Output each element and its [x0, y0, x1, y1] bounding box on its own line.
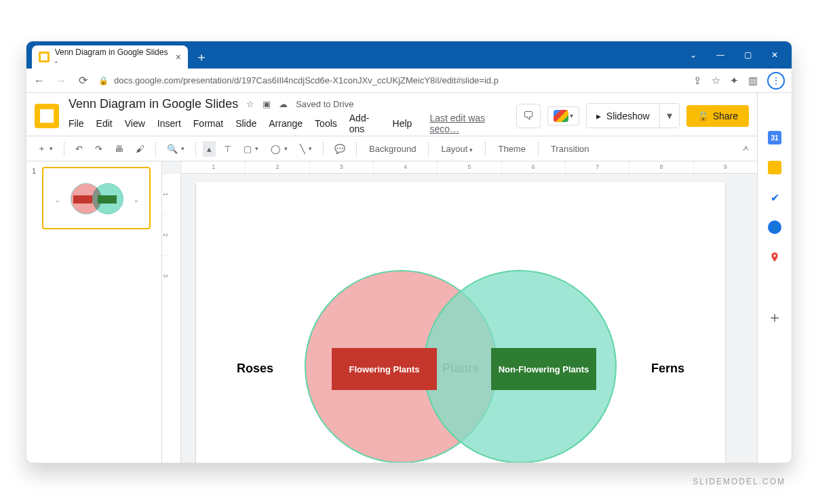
- slideshow-button[interactable]: ▸ Slideshow: [587, 104, 659, 128]
- lock-icon: 🔒: [98, 76, 109, 85]
- menu-slide[interactable]: Slide: [235, 118, 256, 129]
- slide-canvas[interactable]: Roses Ferns Plants Flowering Plants Non-…: [196, 182, 725, 463]
- venn-right-box[interactable]: Non-Flowering Plants: [491, 348, 596, 390]
- collapse-toolbar-button[interactable]: ㅅ: [741, 142, 750, 155]
- menu-arrange[interactable]: Arrange: [269, 118, 303, 129]
- chevron-down-icon[interactable]: ⌄: [680, 45, 706, 64]
- menu-edit[interactable]: Edit: [96, 118, 113, 129]
- browser-menu-button[interactable]: ⋮: [767, 72, 785, 90]
- maps-icon[interactable]: [768, 250, 781, 264]
- menu-format[interactable]: Format: [193, 118, 223, 129]
- menu-insert[interactable]: Insert: [157, 118, 181, 129]
- google-meet-button[interactable]: ▾: [547, 106, 579, 125]
- share-url-icon[interactable]: ⇪: [693, 75, 702, 87]
- menu-view[interactable]: View: [125, 118, 145, 129]
- browser-tab[interactable]: Venn Diagram in Google Slides - ×: [32, 45, 188, 69]
- keep-icon[interactable]: [768, 161, 781, 174]
- paint-format-button[interactable]: 🖌: [132, 141, 149, 157]
- transition-button[interactable]: Transition: [545, 141, 595, 157]
- close-tab-icon[interactable]: ×: [176, 52, 181, 62]
- extensions-icon[interactable]: ✦: [730, 75, 739, 87]
- move-icon[interactable]: ▣: [263, 99, 271, 109]
- horizontal-ruler: 123456789: [181, 161, 757, 174]
- google-slides-logo[interactable]: [35, 104, 59, 128]
- watermark: SLIDEMODEL.COM: [693, 477, 786, 486]
- image-tool[interactable]: ▢: [239, 141, 263, 157]
- document-title[interactable]: Venn Diagram in Google Slides: [69, 97, 238, 111]
- background-button[interactable]: Background: [364, 141, 421, 157]
- window-maximize-button[interactable]: ▢: [735, 45, 760, 64]
- star-icon[interactable]: ☆: [246, 99, 254, 109]
- contacts-icon[interactable]: 👤: [768, 220, 781, 234]
- slide-number: 1: [32, 167, 36, 175]
- slide-thumbnail-1[interactable]: ← ←: [42, 167, 151, 229]
- menu-help[interactable]: Help: [393, 118, 412, 129]
- reading-list-icon[interactable]: ▥: [748, 75, 758, 87]
- print-button[interactable]: 🖶: [111, 141, 128, 157]
- svg-point-0: [773, 254, 775, 256]
- side-panel: 31 ✔ 👤 ＋: [758, 93, 792, 463]
- slides-favicon: [39, 52, 50, 62]
- window-close-button[interactable]: ✕: [762, 45, 788, 64]
- lock-icon: 🔒: [697, 111, 709, 121]
- menu-addons[interactable]: Add-ons: [349, 113, 381, 134]
- menu-tools[interactable]: Tools: [315, 118, 337, 129]
- tab-title: Venn Diagram in Google Slides -: [55, 47, 170, 66]
- url-text: docs.google.com/presentation/d/197Cas6II…: [114, 75, 499, 85]
- comment-tool[interactable]: 💬: [330, 141, 349, 157]
- textbox-tool[interactable]: ⊤: [220, 141, 235, 157]
- cloud-saved-icon: ☁: [279, 99, 288, 109]
- menu-bar: File Edit View Insert Format Slide Arran…: [69, 113, 507, 134]
- new-slide-button[interactable]: ＋: [33, 140, 57, 157]
- undo-button[interactable]: ↶: [71, 141, 87, 157]
- window-minimize-button[interactable]: ―: [708, 45, 733, 64]
- saved-status: Saved to Drive: [296, 99, 353, 109]
- vertical-ruler: 123: [162, 174, 181, 463]
- shape-tool[interactable]: ◯: [267, 141, 292, 157]
- layout-button[interactable]: Layout: [435, 141, 478, 157]
- line-tool[interactable]: ╲: [296, 141, 316, 157]
- select-tool[interactable]: ▴: [203, 141, 216, 157]
- filmstrip[interactable]: 1 ← ←: [26, 161, 162, 463]
- redo-button[interactable]: ↷: [91, 141, 106, 157]
- back-button[interactable]: ←: [33, 75, 45, 87]
- tasks-icon[interactable]: ✔: [768, 191, 781, 204]
- play-icon: ▸: [596, 111, 601, 121]
- share-button[interactable]: 🔒 Share: [686, 105, 749, 127]
- zoom-button[interactable]: 🔍: [163, 141, 189, 157]
- reload-button[interactable]: ⟳: [77, 74, 89, 87]
- new-tab-button[interactable]: ＋: [192, 47, 211, 66]
- theme-button[interactable]: Theme: [492, 141, 530, 157]
- add-addon-button[interactable]: ＋: [767, 307, 782, 328]
- menu-file[interactable]: File: [69, 118, 84, 129]
- canvas-area[interactable]: 123456789 123 Roses Ferns Plants: [162, 161, 757, 463]
- comments-button[interactable]: 🗨: [516, 104, 541, 128]
- meet-icon: [554, 110, 568, 122]
- last-edit-link[interactable]: Last edit was seco…: [429, 113, 506, 134]
- forward-button[interactable]: →: [55, 75, 67, 87]
- calendar-icon[interactable]: 31: [768, 131, 781, 144]
- venn-left-box[interactable]: Flowering Plants: [332, 348, 437, 390]
- address-bar[interactable]: 🔒 docs.google.com/presentation/d/197Cas6…: [98, 75, 684, 85]
- slideshow-options-button[interactable]: ▾: [659, 104, 679, 128]
- bookmark-icon[interactable]: ☆: [712, 75, 720, 87]
